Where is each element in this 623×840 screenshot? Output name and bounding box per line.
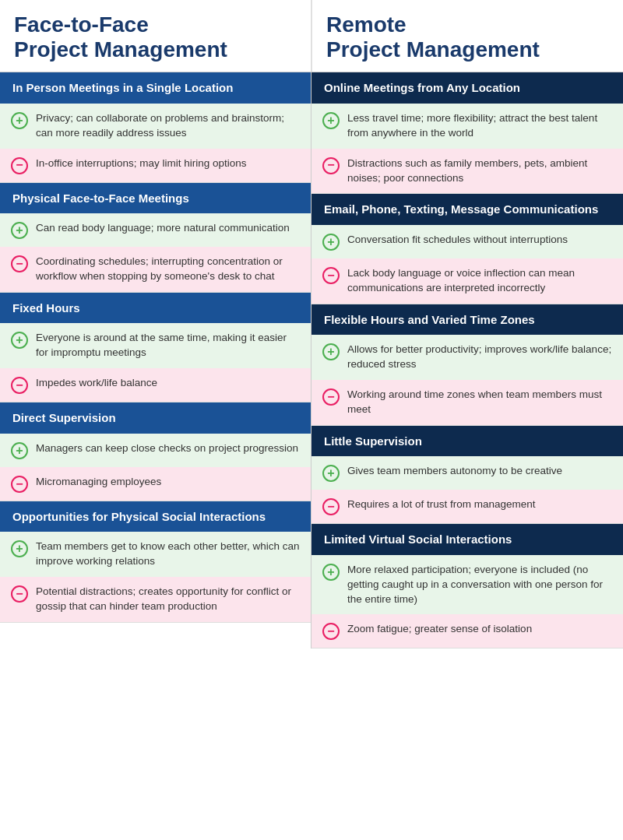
con-icon: − <box>322 498 340 515</box>
left-section-5-con-text: Potential distractions; creates opportun… <box>36 585 300 614</box>
right-column: Online Meetings from Any Location + Less… <box>312 72 623 648</box>
left-section-4: Direct Supervision + Managers can keep c… <box>0 402 311 501</box>
right-section-3-pro-text: Allows for better productivity; improves… <box>347 343 612 372</box>
pro-icon: + <box>11 442 28 459</box>
left-section-1-con: − In-office interruptions; may limit hir… <box>0 149 311 182</box>
right-section-1-con: − Distractions such as family members, p… <box>312 149 623 194</box>
left-column: In Person Meetings in a Single Location … <box>0 72 312 648</box>
left-section-2-pro-text: Can read body language; more natural com… <box>36 221 290 236</box>
left-section-3-header: Fixed Hours <box>0 293 311 324</box>
left-section-1-header: In Person Meetings in a Single Location <box>0 72 311 104</box>
con-icon: − <box>322 157 340 174</box>
pro-icon: + <box>11 540 28 557</box>
left-section-5-pro: + Team members get to know each other be… <box>0 532 311 577</box>
right-section-2-con: − Lack body language or voice inflection… <box>312 258 623 304</box>
right-section-4-con: − Requires a lot of trust from managemen… <box>312 490 623 523</box>
con-icon: − <box>322 623 340 640</box>
right-section-4: Little Supervision + Gives team members … <box>312 426 623 525</box>
right-section-3: Flexible Hours and Varied Time Zones + A… <box>312 304 623 426</box>
right-section-4-header: Little Supervision <box>312 426 623 457</box>
right-section-1-pro: + Less travel time; more flexibility; at… <box>312 104 623 149</box>
left-section-2-con-text: Coordinating schedules; interrupting con… <box>36 255 300 284</box>
right-section-2: Email, Phone, Texting, Message Communica… <box>312 194 623 304</box>
left-section-3-pro-text: Everyone is around at the same time, mak… <box>36 331 300 360</box>
left-section-3: Fixed Hours + Everyone is around at the … <box>0 293 311 402</box>
main-header: Face-to-FaceProject Management RemotePro… <box>0 0 623 72</box>
right-section-5-con-text: Zoom fatigue; greater sense of isolation <box>347 622 532 637</box>
left-section-5-header: Opportunities for Physical Social Intera… <box>0 501 311 532</box>
right-section-2-pro: + Conversation fit schedules without int… <box>312 225 623 258</box>
pro-icon: + <box>11 222 28 239</box>
left-section-2: Physical Face-to-Face Meetings + Can rea… <box>0 183 311 293</box>
left-section-2-con: − Coordinating schedules; interrupting c… <box>0 247 311 292</box>
right-section-1-header: Online Meetings from Any Location <box>312 72 623 104</box>
pro-icon: + <box>322 234 340 251</box>
left-title: Face-to-FaceProject Management <box>14 12 297 62</box>
left-section-3-con-text: Impedes work/life balance <box>36 376 157 391</box>
con-icon: − <box>322 267 340 284</box>
left-section-5: Opportunities for Physical Social Intera… <box>0 501 311 623</box>
right-section-5: Limited Virtual Social Interactions + Mo… <box>312 524 623 648</box>
pro-icon: + <box>11 112 28 129</box>
left-section-3-con: − Impedes work/life balance <box>0 368 311 402</box>
con-icon: − <box>11 476 28 493</box>
right-section-1-con-text: Distractions such as family members, pet… <box>347 156 612 186</box>
left-section-4-pro-text: Managers can keep close checks on projec… <box>36 441 298 456</box>
right-section-4-con-text: Requires a lot of trust from management <box>347 497 536 512</box>
right-section-2-header: Email, Phone, Texting, Message Communica… <box>312 194 623 225</box>
pro-icon: + <box>322 465 340 482</box>
right-section-5-header: Limited Virtual Social Interactions <box>312 524 623 555</box>
right-title: RemoteProject Management <box>326 12 609 62</box>
columns-container: In Person Meetings in a Single Location … <box>0 72 623 648</box>
right-header: RemoteProject Management <box>312 0 623 72</box>
left-section-2-header: Physical Face-to-Face Meetings <box>0 183 311 214</box>
page-container: Face-to-FaceProject Management RemotePro… <box>0 0 623 648</box>
pro-icon: + <box>322 564 340 581</box>
left-section-4-con-text: Micromanaging employees <box>36 475 161 490</box>
left-section-2-pro: + Can read body language; more natural c… <box>0 213 311 247</box>
con-icon: − <box>322 388 340 406</box>
con-icon: − <box>11 585 28 603</box>
pro-icon: + <box>322 112 340 129</box>
con-icon: − <box>11 377 28 394</box>
left-header: Face-to-FaceProject Management <box>0 0 311 72</box>
left-section-5-con: − Potential distractions; creates opport… <box>0 577 311 622</box>
left-section-1-pro: + Privacy; can collaborate on problems a… <box>0 104 311 149</box>
right-section-3-pro: + Allows for better productivity; improv… <box>312 335 623 380</box>
right-section-3-header: Flexible Hours and Varied Time Zones <box>312 304 623 336</box>
pro-icon: + <box>322 343 340 360</box>
right-section-4-pro-text: Gives team members autonomy to be creati… <box>347 464 562 479</box>
right-section-5-pro-text: More relaxed participation; everyone is … <box>347 563 612 607</box>
left-section-4-pro: + Managers can keep close checks on proj… <box>0 434 311 467</box>
right-section-1: Online Meetings from Any Location + Less… <box>312 72 623 194</box>
right-section-4-pro: + Gives team members autonomy to be crea… <box>312 456 623 490</box>
left-section-1: In Person Meetings in a Single Location … <box>0 72 311 182</box>
right-section-2-con-text: Lack body language or voice inflection c… <box>347 266 612 296</box>
left-section-4-header: Direct Supervision <box>0 402 311 434</box>
right-section-5-con: − Zoom fatigue; greater sense of isolati… <box>312 614 623 648</box>
right-section-5-pro: + More relaxed participation; everyone i… <box>312 555 623 615</box>
right-section-2-pro-text: Conversation fit schedules without inter… <box>347 233 568 248</box>
left-section-5-pro-text: Team members get to know each other bett… <box>36 539 300 569</box>
right-section-3-con-text: Working around time zones when team memb… <box>347 388 612 417</box>
left-section-1-con-text: In-office interruptions; may limit hirin… <box>36 156 247 171</box>
pro-icon: + <box>11 332 28 349</box>
con-icon: − <box>11 157 28 174</box>
con-icon: − <box>11 255 28 272</box>
right-section-3-con: − Working around time zones when team me… <box>312 380 623 425</box>
left-section-1-pro-text: Privacy; can collaborate on problems and… <box>36 111 300 141</box>
left-section-4-con: − Micromanaging employees <box>0 467 311 501</box>
right-section-1-pro-text: Less travel time; more flexibility; attr… <box>347 111 612 141</box>
left-section-3-pro: + Everyone is around at the same time, m… <box>0 323 311 368</box>
